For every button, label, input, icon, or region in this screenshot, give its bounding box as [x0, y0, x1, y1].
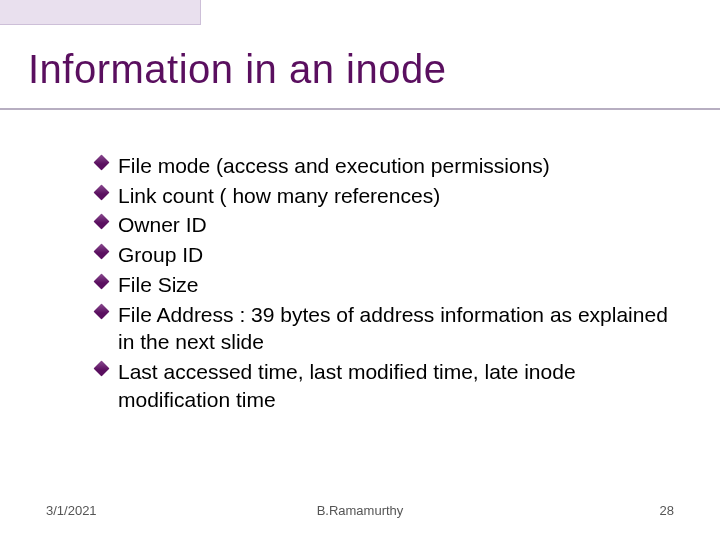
- list-item: Group ID: [96, 241, 670, 269]
- list-item: Owner ID: [96, 211, 670, 239]
- diamond-bullet-icon: [94, 155, 110, 171]
- footer-author: B.Ramamurthy: [46, 503, 674, 518]
- diamond-bullet-icon: [94, 244, 110, 260]
- list-item-text: Group ID: [118, 243, 203, 266]
- bullet-list: File mode (access and execution permissi…: [96, 152, 670, 413]
- list-item: File mode (access and execution permissi…: [96, 152, 670, 180]
- template-accent-box: [0, 0, 201, 25]
- footer-page-number: 28: [660, 503, 674, 518]
- list-item-text: File mode (access and execution permissi…: [118, 154, 550, 177]
- title-underline: [0, 108, 720, 110]
- list-item: File Address : 39 bytes of address infor…: [96, 301, 670, 356]
- diamond-bullet-icon: [94, 184, 110, 200]
- slide-title: Information in an inode: [28, 48, 700, 90]
- list-item-text: Last accessed time, last modified time, …: [118, 360, 576, 411]
- list-item-text: Owner ID: [118, 213, 207, 236]
- body-content: File mode (access and execution permissi…: [96, 152, 670, 415]
- list-item: Link count ( how many references): [96, 182, 670, 210]
- diamond-bullet-icon: [94, 274, 110, 290]
- list-item-text: File Address : 39 bytes of address infor…: [118, 303, 668, 354]
- list-item-text: Link count ( how many references): [118, 184, 440, 207]
- diamond-bullet-icon: [94, 214, 110, 230]
- diamond-bullet-icon: [94, 361, 110, 377]
- list-item-text: File Size: [118, 273, 199, 296]
- slide: Information in an inode File mode (acces…: [0, 0, 720, 540]
- diamond-bullet-icon: [94, 303, 110, 319]
- list-item: Last accessed time, last modified time, …: [96, 358, 670, 413]
- list-item: File Size: [96, 271, 670, 299]
- footer: 3/1/2021 B.Ramamurthy 28: [46, 503, 674, 518]
- footer-date: 3/1/2021: [46, 503, 97, 518]
